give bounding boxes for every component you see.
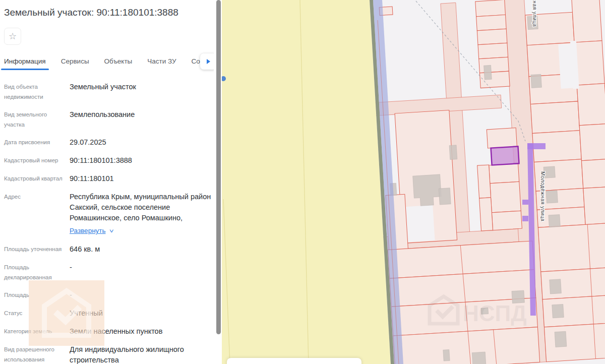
street-label-molodezhnaya: Молодёжная улица [540,171,546,222]
panel-scrollbar [214,0,222,364]
page-title: Земельный участок: 90:11:180101:3888 [4,7,206,18]
tab-objects[interactable]: Объекты [104,57,133,67]
parcel[interactable] [574,41,604,85]
map-watermark-text: НСПД [463,301,527,326]
address-text: Республика Крым, муниципальный район Сак… [70,193,211,222]
parcel[interactable] [544,323,605,362]
parcel[interactable] [581,159,605,188]
building-footprint [531,74,542,88]
building-footprint [439,188,451,205]
tab-information[interactable]: Информация [4,57,46,67]
street-label-molodezhnaya-top: Молодёжная улица [532,0,537,27]
field-list: Вид объекта недвижимости Земельный участ… [4,82,213,364]
cadastral-app: Земельный участок: 90:11:180101:3888 ☆ И… [0,0,605,364]
parcel[interactable] [476,15,507,30]
building-footprint [555,331,567,347]
tab-bar: Информация Сервисы Объекты Части ЗУ Сост… [4,53,210,71]
parcel[interactable] [477,29,507,44]
parcel[interactable] [542,295,605,327]
parcel[interactable] [477,165,491,198]
yellow-zone [222,0,391,364]
star-icon: ☆ [9,31,17,42]
address-expand-link[interactable]: Развернуть [70,225,106,236]
building-footprint [484,65,492,80]
field-area: Площадь - [4,290,213,300]
favorite-button[interactable]: ☆ [4,28,21,45]
building-footprint [546,191,558,203]
parcel[interactable] [490,181,521,212]
building-footprint [449,145,457,160]
building-footprint [472,352,486,364]
field-permitted-use: Вид разрешенного использования Для индив… [4,344,213,364]
tab-services[interactable]: Сервисы [61,57,89,67]
parcel[interactable] [579,124,605,160]
field-object-kind: Вид объекта недвижимости Земельный участ… [4,82,213,102]
parcel[interactable] [475,0,506,17]
chevron-right-icon [207,59,210,64]
field-cadastral-number: Кадастровый номер 90:11:180101:3888 [4,155,213,166]
map-bottom-bar[interactable] [227,358,361,364]
building-footprint [549,215,560,227]
parcel[interactable] [489,163,519,183]
building-footprint [550,279,562,294]
field-land-category: Категория земель Земли населенных пункто… [4,326,213,337]
field-address: Адрес Республика Крым, муниципальный рай… [4,192,213,236]
panel-scrollbar-thumb[interactable] [216,0,221,334]
parcel[interactable] [492,211,522,230]
parcel[interactable] [479,198,493,231]
building-footprint [552,304,564,318]
chevron-down-icon[interactable]: ˅ [109,226,113,236]
field-area-declared: Площадь декларированная - [4,262,213,282]
parcel[interactable] [572,0,602,42]
parcel[interactable] [538,223,605,272]
field-area-refined: Площадь уточненная 646 кв. м [4,244,213,255]
parcel[interactable] [583,187,605,224]
field-assignment-date: Дата присвоения 29.07.2025 [4,137,213,148]
parcel[interactable] [479,57,509,73]
selected-parcel[interactable] [491,146,519,165]
field-cadastral-quarter: Кадастровый квартал 90:11:180101 [4,173,213,184]
field-status: Статус Учтенный [4,308,213,319]
parcel[interactable] [577,84,605,126]
field-parcel-kind: Вид земельного участка Землепользование [4,109,213,130]
parcel[interactable] [530,101,579,134]
parcel[interactable] [487,128,517,148]
map-canvas: Молодёжная улица Молодёжная улица НСПД [222,0,605,364]
parcel-info-panel: Земельный участок: 90:11:180101:3888 ☆ И… [0,0,222,364]
cadastral-map[interactable]: Молодёжная улица Молодёжная улица НСПД [222,0,605,364]
building-footprint [443,349,450,361]
tab-parts[interactable]: Части ЗУ [147,57,176,67]
parcel[interactable] [478,43,508,58]
